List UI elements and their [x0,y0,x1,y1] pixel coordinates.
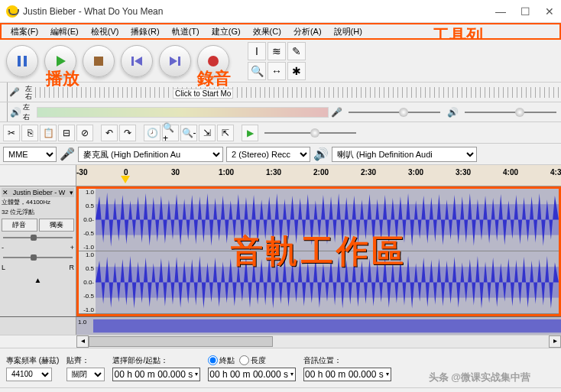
skip-start-button[interactable] [121,45,153,77]
menu-generate[interactable]: 建立(G) [206,24,247,39]
svg-point-8 [208,56,219,66]
selection-tool-icon[interactable]: I [248,42,266,60]
app-icon [6,5,18,18]
menu-view[interactable]: 檢視(V) [85,24,125,39]
menu-analyze[interactable]: 分析(A) [287,24,328,39]
playback-meter[interactable] [37,107,329,118]
track-close-icon[interactable]: ✕ [2,189,8,196]
solo-button[interactable]: 獨奏 [39,219,75,232]
scroll-thumb[interactable] [89,336,273,347]
draw-tool-icon[interactable]: ✎ [287,42,306,60]
mic-device-icon: 🎤 [60,147,75,161]
meter-click-msg[interactable]: Click to Start Mo [173,89,233,99]
redo-icon[interactable]: ↷ [119,125,136,141]
horizontal-scrollbar[interactable]: ◂ ▸ [0,335,561,348]
svg-marker-5 [135,57,142,66]
timeshift-tool-icon[interactable]: ↔ [268,62,286,80]
svg-rect-7 [178,57,180,66]
selection-label: 選擇部份/起點： [112,355,200,366]
menu-bar: 檔案(F) 編輯(E) 檢視(V) 播錄(R) 軌道(T) 建立(G) 效果(C… [0,23,561,40]
track-collapse-icon[interactable]: ▲ [2,276,74,284]
watermark: 头条 @微课实战集中营 [429,371,530,384]
input-volume-slider[interactable] [349,107,440,118]
zoom-out-icon[interactable]: 🔍- [180,125,197,141]
menu-help[interactable]: 說明(H) [328,24,368,39]
envelope-tool-icon[interactable]: ≋ [268,42,286,60]
playback-speed-slider[interactable] [264,128,356,138]
stop-button[interactable] [83,45,115,77]
edit-toolbar: ✂ ⎘ 📋 ⊟ ⊘ ↶ ↷ 🕗 🔍+ 🔍- ⇲ ⇱ ▶ [0,122,561,144]
zoom-sel-icon[interactable]: ⇲ [199,125,216,141]
project-rate-select[interactable]: 44100 [6,368,52,381]
record-meter-scale[interactable]: Click to Start Mo [35,87,561,98]
window-title: Justin Bieber - What Do You Mean [23,6,495,17]
status-bar: Stopped. 實際頻率：44100 [0,388,561,392]
track-menu-icon[interactable]: ▾ [70,189,73,196]
track-format: 32 位元浮點 [2,207,74,217]
gain-slider[interactable] [3,235,73,241]
audio-position-time[interactable]: 00 h 00 m 00.000 s▾ [303,368,391,381]
waveform-area[interactable]: 音軌工作區 1.00.50.0--0.5-1.0 1.00.50.0--0.5-… [76,186,561,316]
cut-icon[interactable]: ✂ [3,125,20,141]
svg-marker-2 [57,56,66,66]
svg-marker-6 [170,57,177,66]
zoom-fit-icon[interactable]: ⇱ [217,125,234,141]
svg-rect-1 [24,56,27,66]
paste-icon[interactable]: 📋 [40,125,57,141]
menu-file[interactable]: 檔案(F) [5,24,44,39]
copy-icon[interactable]: ⎘ [21,125,38,141]
channels-select[interactable]: 2 (Stereo) Recc [226,147,310,162]
mute-button[interactable]: 靜音 [2,219,37,232]
transport-toolbar: I ≋ ✎ 🔍 ↔ ✱ 播放 錄音 [0,40,561,83]
selection-start-time[interactable]: 00 h 00 m 00.000 s▾ [112,368,200,381]
output-volume-slider[interactable] [465,107,556,118]
playhead-marker[interactable] [121,176,130,183]
menu-transport[interactable]: 播錄(R) [125,24,165,39]
end-radio[interactable]: 終點 [208,355,235,366]
svg-rect-4 [131,57,134,66]
zoom-tool-icon[interactable]: 🔍 [248,62,266,80]
output-device-select[interactable]: 喇叭 (High Definition Audi [332,147,477,162]
svg-rect-0 [18,56,21,66]
speaker-slider-icon: 🔊 [445,107,460,118]
audio-position-label: 音訊位置： [303,355,391,366]
pause-button[interactable] [6,45,38,77]
multi-tool-icon[interactable]: ✱ [287,62,306,80]
svg-rect-3 [94,57,103,66]
close-button[interactable]: ✕ [544,6,555,17]
snap-select[interactable]: 關閉 [66,368,105,381]
snap-label: 貼齊： [66,355,105,366]
record-meter: 🎤 左 右 Click to Start Mo [0,83,561,102]
silence-icon[interactable]: ⊘ [76,125,93,141]
length-radio[interactable]: 長度 [239,355,266,366]
selection-end-time[interactable]: 00 h 00 m 00.000 s▾ [208,368,296,381]
undo-icon[interactable]: ↶ [101,125,118,141]
device-toolbar: MME 🎤 麥克風 (High Definition Au 2 (Stereo)… [0,144,561,165]
track-name[interactable]: Justin Bieber - W [13,189,66,196]
skip-end-button[interactable] [159,45,191,77]
input-device-select[interactable]: 麥克風 (High Definition Au [78,147,223,162]
menu-tracks[interactable]: 軌道(T) [166,24,206,39]
minimize-button[interactable]: — [495,6,506,17]
track-area: ✕Justin Bieber - W▾ 立體聲，44100Hz 32 位元浮點 … [0,186,561,316]
timeline-ruler[interactable]: -300301:001:302:002:303:003:304:004:30 [0,165,561,186]
zoom-in-icon[interactable]: 🔍+ [162,125,179,141]
audio-host-select[interactable]: MME [3,147,57,162]
lr-label: 左 右 [21,85,35,100]
project-rate-label: 專案頻率 (赫茲) [6,355,59,366]
maximize-button[interactable]: ☐ [520,6,530,17]
lr-label-2: 左 右 [23,102,37,122]
play-at-speed-icon[interactable]: ▶ [242,125,258,141]
speaker-device-icon: 🔊 [313,147,329,161]
pan-slider[interactable] [3,254,73,261]
selection-toolbar: 專案頻率 (赫茲) 44100 貼齊： 關閉 選擇部份/起點： 00 h 00 … [0,348,561,388]
menu-effect[interactable]: 效果(C) [247,24,287,39]
scroll-right-icon[interactable]: ▸ [549,335,561,348]
trim-icon[interactable]: ⊟ [58,125,75,141]
scroll-left-icon[interactable]: ◂ [76,335,89,348]
mic-slider-icon: 🎤 [329,107,344,118]
track-rate: 立體聲，44100Hz [2,197,74,207]
speaker-icon: 🔊 [8,107,23,118]
menu-edit[interactable]: 編輯(E) [44,24,85,39]
sync-lock-icon[interactable]: 🕗 [144,125,161,141]
